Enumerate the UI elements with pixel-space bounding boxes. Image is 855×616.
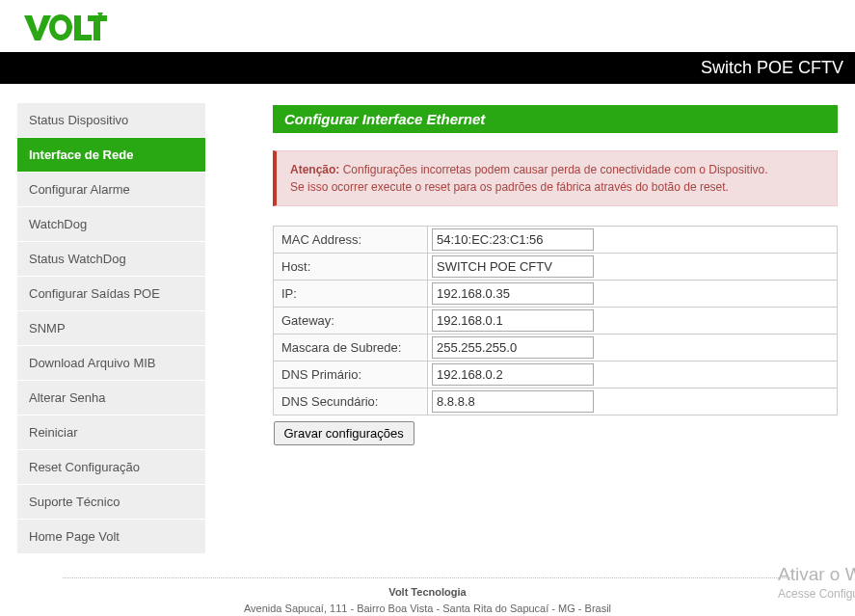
- input-dns1[interactable]: [432, 363, 594, 386]
- input-mask[interactable]: [432, 336, 594, 359]
- footer-company: Volt Tecnologia: [63, 584, 792, 601]
- sidebar-item-download-mib[interactable]: Download Arquivo MIB: [17, 346, 205, 381]
- sidebar-item-configurar-saidas-poe[interactable]: Configurar Saídas POE: [17, 277, 205, 311]
- input-mac[interactable]: [432, 228, 594, 251]
- sidebar-item-status-watchdog[interactable]: Status WatchDog: [17, 242, 205, 277]
- row-gateway: Gateway:: [274, 308, 838, 335]
- blackbar-title: Switch POE CFTV: [701, 58, 843, 77]
- sidebar-item-reset-config[interactable]: Reset Configuração: [17, 450, 205, 485]
- footer: Volt Tecnologia Avenida Sapucaí, 111 - B…: [63, 577, 792, 616]
- brand-logo: [19, 8, 107, 49]
- label-ip: IP:: [274, 281, 428, 308]
- input-gateway[interactable]: [432, 309, 594, 332]
- alert-line2: Se isso ocorrer execute o reset para os …: [290, 180, 729, 194]
- sidebar-item-watchdog[interactable]: WatchDog: [17, 207, 205, 242]
- sidebar-item-alterar-senha[interactable]: Alterar Senha: [17, 381, 205, 415]
- header: [0, 0, 855, 52]
- input-dns2[interactable]: [432, 390, 594, 413]
- label-host: Host:: [274, 254, 428, 281]
- container: Status Dispositivo Interface de Rede Con…: [0, 103, 855, 554]
- page-title: Configurar Interface Ethernet: [273, 105, 838, 133]
- sidebar-item-snmp[interactable]: SNMP: [17, 311, 205, 346]
- label-mask: Mascara de Subrede:: [274, 335, 428, 362]
- label-gateway: Gateway:: [274, 308, 428, 335]
- input-ip[interactable]: [432, 282, 594, 305]
- footer-address: Avenida Sapucaí, 111 - Bairro Boa Vista …: [63, 601, 792, 617]
- row-mac: MAC Address:: [274, 227, 838, 254]
- input-host[interactable]: [432, 255, 594, 278]
- alert-title: Atenção:: [290, 163, 339, 176]
- sidebar-item-status-dispositivo[interactable]: Status Dispositivo: [17, 103, 205, 138]
- save-button[interactable]: Gravar configurações: [274, 421, 414, 445]
- sidebar-item-configurar-alarme[interactable]: Configurar Alarme: [17, 173, 205, 207]
- sidebar-item-reiniciar[interactable]: Reiniciar: [17, 415, 205, 450]
- alert-line1: Configurações incorretas podem causar pe…: [343, 163, 768, 176]
- config-form-table: MAC Address: Host: IP: Gateway: Mascara …: [273, 226, 838, 445]
- blackbar: Switch POE CFTV: [0, 52, 855, 84]
- alert-box: Atenção: Configurações incorretas podem …: [273, 150, 838, 206]
- row-ip: IP:: [274, 281, 838, 308]
- sidebar-item-interface-rede[interactable]: Interface de Rede: [17, 138, 205, 173]
- sidebar-item-home-page-volt[interactable]: Home Page Volt: [17, 520, 205, 554]
- label-dns2: DNS Secundário:: [274, 388, 428, 415]
- sidebar: Status Dispositivo Interface de Rede Con…: [17, 103, 205, 554]
- sidebar-item-suporte-tecnico[interactable]: Suporte Técnico: [17, 485, 205, 520]
- row-dns1: DNS Primário:: [274, 362, 838, 388]
- row-host: Host:: [274, 254, 838, 281]
- row-dns2: DNS Secundário:: [274, 388, 838, 415]
- label-dns1: DNS Primário:: [274, 362, 428, 388]
- main-content: Configurar Interface Ethernet Atenção: C…: [273, 103, 838, 445]
- label-mac: MAC Address:: [274, 227, 428, 254]
- row-save: Gravar configurações: [274, 415, 838, 446]
- row-mask: Mascara de Subrede:: [274, 335, 838, 362]
